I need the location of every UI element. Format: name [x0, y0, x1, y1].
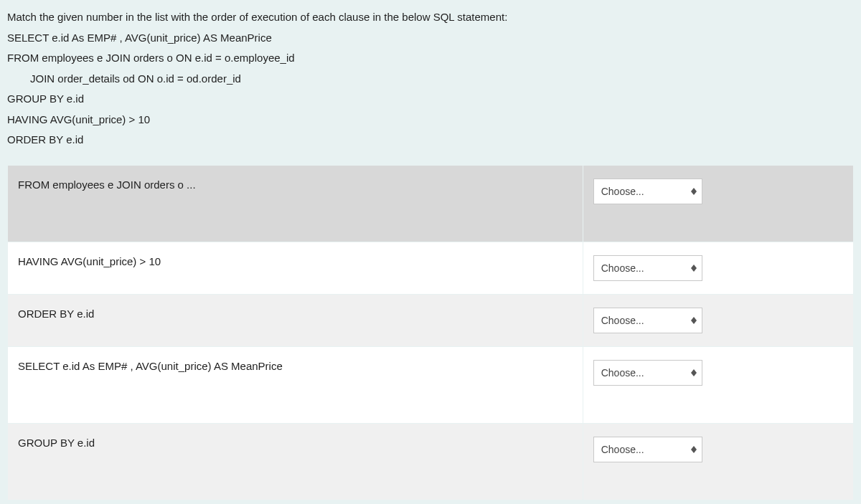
table-row: FROM employees e JOIN orders o ...Choose…	[8, 165, 854, 242]
sql-line-1: SELECT e.id As EMP# , AVG(unit_price) AS…	[7, 28, 854, 49]
question-intro: Match the given number in the list with …	[7, 7, 854, 28]
order-select[interactable]: Choose...	[593, 255, 702, 281]
select-wrap: Choose...	[593, 179, 702, 204]
select-wrap: Choose...	[593, 360, 702, 386]
answer-cell: Choose...	[583, 294, 853, 346]
table-row: GROUP BY e.idChoose...	[8, 423, 854, 500]
clause-label: GROUP BY e.id	[8, 423, 583, 500]
sql-line-5: HAVING AVG(unit_price) > 10	[7, 110, 854, 130]
order-select[interactable]: Choose...	[593, 308, 702, 333]
sql-line-6: ORDER BY e.id	[7, 130, 854, 151]
answer-cell: Choose...	[583, 165, 853, 242]
clause-label: SELECT e.id As EMP# , AVG(unit_price) AS…	[8, 346, 583, 423]
select-wrap: Choose...	[593, 437, 702, 462]
select-wrap: Choose...	[593, 255, 702, 281]
answer-cell: Choose...	[583, 423, 853, 500]
clause-label: ORDER BY e.id	[8, 294, 583, 346]
sql-line-4: GROUP BY e.id	[7, 89, 854, 110]
answer-cell: Choose...	[583, 242, 853, 294]
sql-line-2: FROM employees e JOIN orders o ON e.id =…	[7, 48, 854, 69]
clause-label: HAVING AVG(unit_price) > 10	[8, 242, 583, 294]
answer-cell: Choose...	[583, 346, 853, 423]
order-select[interactable]: Choose...	[593, 437, 702, 462]
table-row: ORDER BY e.idChoose...	[8, 294, 854, 346]
select-wrap: Choose...	[593, 308, 702, 333]
order-select[interactable]: Choose...	[593, 179, 702, 204]
question-text: Match the given number in the list with …	[7, 7, 854, 151]
order-select[interactable]: Choose...	[593, 360, 702, 386]
table-row: SELECT e.id As EMP# , AVG(unit_price) AS…	[8, 346, 854, 423]
matching-table: FROM employees e JOIN orders o ...Choose…	[7, 165, 854, 500]
table-row: HAVING AVG(unit_price) > 10Choose...	[8, 242, 854, 294]
clause-label: FROM employees e JOIN orders o ...	[8, 165, 583, 242]
sql-line-3: JOIN order_details od ON o.id = od.order…	[7, 69, 854, 90]
